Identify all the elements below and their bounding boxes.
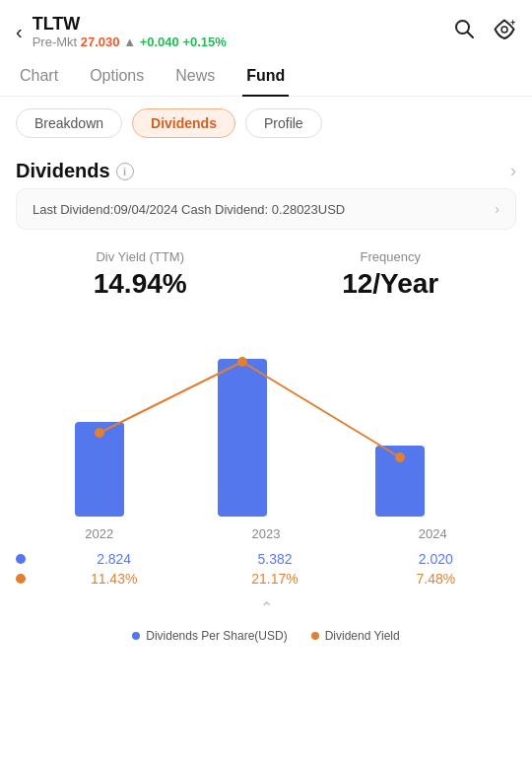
premkt-label: Pre-Mkt bbox=[33, 35, 78, 49]
div-yield-value: 14.94% bbox=[94, 268, 187, 300]
collapse-icon[interactable]: ⌃ bbox=[260, 598, 273, 617]
ticker-block: TLTW Pre-Mkt 27.030 ▲ +0.040 +0.15% bbox=[33, 14, 227, 49]
svg-point-9 bbox=[395, 452, 405, 462]
nav-tabs: Chart Options News Fund bbox=[0, 57, 532, 97]
svg-point-8 bbox=[237, 357, 247, 367]
section-title: Dividends i bbox=[16, 160, 134, 182]
svg-line-1 bbox=[468, 33, 474, 38]
section-title-text: Dividends bbox=[16, 160, 110, 182]
div-yield-2023: 21.17% bbox=[235, 571, 314, 587]
watchlist-icon[interactable]: + bbox=[493, 18, 516, 45]
subtab-breakdown[interactable]: Breakdown bbox=[16, 108, 122, 138]
premkt-change: +0.040 bbox=[140, 35, 179, 49]
ticker-premkt: Pre-Mkt 27.030 ▲ +0.040 +0.15% bbox=[33, 35, 227, 49]
dividends-chart bbox=[16, 319, 516, 517]
frequency-block: Frequency 12/Year bbox=[342, 249, 438, 300]
sub-tabs: Breakdown Dividends Profile bbox=[0, 97, 532, 150]
header: ‹ TLTW Pre-Mkt 27.030 ▲ +0.040 +0.15% + bbox=[0, 0, 532, 57]
svg-rect-5 bbox=[218, 359, 267, 517]
info-icon[interactable]: i bbox=[116, 163, 134, 180]
orange-dot bbox=[16, 574, 26, 584]
data-rows: 2.824 5.382 2.020 11.43% 21.17% 7.48% bbox=[0, 541, 532, 587]
svg-point-2 bbox=[501, 27, 507, 33]
div-yield-values: 11.43% 21.17% 7.48% bbox=[33, 571, 516, 587]
premkt-price: 27.030 bbox=[81, 35, 120, 49]
div-per-share-2023: 5.382 bbox=[235, 551, 314, 567]
div-yield-label: Div Yield (TTM) bbox=[94, 249, 187, 264]
legend-dot-blue bbox=[132, 632, 140, 640]
frequency-value: 12/Year bbox=[342, 268, 438, 300]
ticker-symbol: TLTW bbox=[33, 14, 227, 35]
x-label-2022: 2022 bbox=[60, 526, 139, 541]
frequency-label: Frequency bbox=[342, 249, 438, 264]
legend: Dividends Per Share(USD) Dividend Yield bbox=[0, 621, 532, 643]
back-button[interactable]: ‹ bbox=[16, 21, 23, 43]
chevron-right-icon[interactable]: › bbox=[510, 161, 516, 181]
tab-fund[interactable]: Fund bbox=[242, 57, 289, 97]
legend-item-dividends: Dividends Per Share(USD) bbox=[132, 629, 287, 643]
div-yield-block: Div Yield (TTM) 14.94% bbox=[94, 249, 187, 300]
dividends-per-share-row: 2.824 5.382 2.020 bbox=[16, 551, 516, 567]
div-per-share-values: 2.824 5.382 2.020 bbox=[33, 551, 516, 567]
search-icon[interactable] bbox=[453, 18, 475, 45]
x-labels: 2022 2023 2024 bbox=[0, 521, 532, 541]
dividend-info-bar[interactable]: Last Dividend:09/04/2024 Cash Dividend: … bbox=[16, 188, 516, 230]
legend-dot-orange bbox=[311, 632, 319, 640]
dividend-bar-arrow: › bbox=[495, 201, 499, 217]
last-dividend-text: Last Dividend:09/04/2024 Cash Dividend: … bbox=[33, 202, 345, 217]
tab-news[interactable]: News bbox=[171, 57, 219, 97]
subtab-profile[interactable]: Profile bbox=[245, 108, 322, 138]
header-left: ‹ TLTW Pre-Mkt 27.030 ▲ +0.040 +0.15% bbox=[16, 14, 227, 49]
div-yield-2022: 11.43% bbox=[75, 571, 154, 587]
legend-label-yield: Dividend Yield bbox=[325, 629, 400, 643]
dividend-yield-row: 11.43% 21.17% 7.48% bbox=[16, 571, 516, 587]
legend-item-yield: Dividend Yield bbox=[311, 629, 400, 643]
stats-row: Div Yield (TTM) 14.94% Frequency 12/Year bbox=[0, 230, 532, 310]
div-per-share-2022: 2.824 bbox=[75, 551, 154, 567]
blue-dot bbox=[16, 554, 26, 564]
legend-label-dividends: Dividends Per Share(USD) bbox=[146, 629, 287, 643]
tab-chart[interactable]: Chart bbox=[16, 57, 62, 97]
section-header: Dividends i › bbox=[0, 150, 532, 188]
subtab-dividends[interactable]: Dividends bbox=[132, 108, 235, 138]
x-label-2023: 2023 bbox=[227, 526, 305, 541]
tab-options[interactable]: Options bbox=[86, 57, 148, 97]
collapse-row: ⌃ bbox=[0, 590, 532, 621]
header-right: + bbox=[453, 18, 516, 45]
div-yield-2024: 7.48% bbox=[396, 571, 475, 587]
x-label-2024: 2024 bbox=[393, 526, 472, 541]
premkt-change-pct: +0.15% bbox=[182, 35, 226, 49]
svg-text:+: + bbox=[510, 18, 515, 28]
chart-area bbox=[0, 310, 532, 521]
svg-point-7 bbox=[95, 428, 104, 438]
div-per-share-2024: 2.020 bbox=[396, 551, 475, 567]
